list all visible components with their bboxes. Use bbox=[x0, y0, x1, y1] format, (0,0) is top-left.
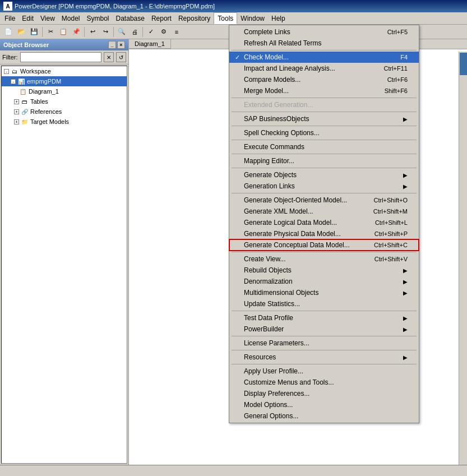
check-model-button[interactable]: ✓ bbox=[145, 26, 157, 38]
toolbar-sep-2 bbox=[84, 27, 85, 37]
gen-logical-shortcut: Ctrl+Shift+L bbox=[364, 219, 408, 226]
toolbar-sep-4 bbox=[142, 27, 143, 37]
properties-button[interactable]: ⚙ bbox=[158, 26, 170, 38]
copy-button[interactable]: 📋 bbox=[57, 26, 70, 38]
menu-file[interactable]: File bbox=[1, 12, 19, 24]
tree-area[interactable]: - 🗂 Workspace - 📊 empmgPDM 📋 Diagram_1 + bbox=[1, 66, 127, 464]
menu-denorm[interactable]: Denormalization ▶ bbox=[229, 276, 419, 287]
tree-toggle-target-models[interactable]: + bbox=[14, 119, 19, 124]
print-button[interactable]: 🖨 bbox=[128, 26, 141, 38]
tree-label-empmgpdm: empmgPDM bbox=[27, 78, 61, 85]
menu-window[interactable]: Window bbox=[237, 12, 268, 24]
menu-sep-10 bbox=[232, 311, 417, 311]
license-label: License Parameters... bbox=[244, 339, 309, 347]
filter-clear-button[interactable]: ✕ bbox=[104, 52, 114, 62]
gen-oo-shortcut: Ctrl+Shift+O bbox=[362, 197, 408, 204]
resources-arrow-icon: ▶ bbox=[403, 354, 408, 361]
menu-license[interactable]: License Parameters... bbox=[229, 338, 419, 349]
redo-button[interactable]: ↪ bbox=[99, 26, 112, 38]
compare-label: Compare Models... bbox=[244, 76, 300, 84]
menu-multidim[interactable]: Multidimensional Objects ▶ bbox=[229, 287, 419, 298]
menu-spell[interactable]: Spell Checking Options... bbox=[229, 127, 419, 138]
menu-gen-conceptual[interactable]: Generate Conceptual Data Model... Ctrl+S… bbox=[229, 239, 419, 251]
tree-toggle-workspace[interactable]: - bbox=[4, 69, 9, 74]
filter-search-button[interactable]: ↺ bbox=[116, 52, 126, 62]
menu-mapping[interactable]: Mapping Editor... bbox=[229, 155, 419, 167]
paste-button[interactable]: 📌 bbox=[70, 26, 82, 38]
menu-check-model[interactable]: ✓ Check Model... F4 bbox=[229, 52, 419, 63]
tree-label-tables: Tables bbox=[30, 98, 48, 105]
menu-complete-links[interactable]: Complete Links Ctrl+F5 bbox=[229, 26, 419, 38]
filter-input[interactable] bbox=[20, 52, 102, 62]
apply-profile-label: Apply User Profile... bbox=[244, 367, 303, 375]
tree-toggle-tables[interactable]: + bbox=[14, 99, 19, 104]
gen-links-arrow-icon: ▶ bbox=[403, 183, 408, 190]
powerbuilder-arrow-icon: ▶ bbox=[403, 326, 408, 332]
tree-toggle-references[interactable]: + bbox=[14, 109, 19, 114]
menu-gen-objects[interactable]: Generate Objects ▶ bbox=[229, 169, 419, 181]
tree-item-target-models[interactable]: + 📁 Target Models bbox=[2, 117, 127, 127]
gen-physical-label: Generate Physical Data Model... bbox=[244, 230, 341, 238]
menu-gen-logical[interactable]: Generate Logical Data Model... Ctrl+Shif… bbox=[229, 217, 419, 228]
undo-button[interactable]: ↩ bbox=[86, 26, 99, 38]
rebuild-label: Rebuild Objects bbox=[244, 266, 292, 274]
scroll-thumb[interactable] bbox=[460, 53, 467, 75]
menu-sap[interactable]: SAP BusinessObjects ▶ bbox=[229, 113, 419, 124]
complete-links-label: Complete Links bbox=[244, 28, 290, 36]
tree-item-diagram1[interactable]: 📋 Diagram_1 bbox=[2, 86, 127, 96]
tree-item-empmgpdm[interactable]: - 📊 empmgPDM bbox=[2, 76, 127, 86]
menu-report[interactable]: Report bbox=[148, 12, 175, 24]
menu-powerbuilder[interactable]: PowerBuilder ▶ bbox=[229, 324, 419, 335]
menu-tools[interactable]: Tools bbox=[214, 12, 237, 24]
menu-edit[interactable]: Edit bbox=[19, 12, 37, 24]
menu-gen-links[interactable]: Generation Links ▶ bbox=[229, 181, 419, 192]
menu-update-stats[interactable]: Update Statistics... bbox=[229, 298, 419, 309]
menu-sep-2 bbox=[232, 98, 417, 98]
save-button[interactable]: 💾 bbox=[28, 26, 40, 38]
menu-rebuild[interactable]: Rebuild Objects ▶ bbox=[229, 265, 419, 276]
menu-impact[interactable]: Impact and Lineage Analysis... Ctrl+F11 bbox=[229, 63, 419, 74]
tree-item-workspace[interactable]: - 🗂 Workspace bbox=[2, 66, 127, 76]
extra-button[interactable]: ≡ bbox=[170, 26, 183, 38]
panel-close-button[interactable]: × bbox=[117, 41, 125, 49]
model-icon: 📊 bbox=[17, 77, 26, 86]
menu-refresh-related[interactable]: Refresh All Related Terms bbox=[229, 38, 419, 49]
panel-minimize-button[interactable]: _ bbox=[108, 41, 116, 49]
menu-create-view[interactable]: Create View... Ctrl+Shift+V bbox=[229, 253, 419, 265]
menu-sep-13 bbox=[232, 364, 417, 364]
tree-toggle-empmgpdm[interactable]: - bbox=[11, 79, 16, 84]
menu-symbol[interactable]: Symbol bbox=[84, 12, 113, 24]
menu-gen-oo[interactable]: Generate Object-Oriented Model... Ctrl+S… bbox=[229, 195, 419, 206]
cut-button[interactable]: ✂ bbox=[44, 26, 57, 38]
menu-help[interactable]: Help bbox=[268, 12, 289, 24]
menu-view[interactable]: View bbox=[37, 12, 58, 24]
menu-compare[interactable]: Compare Models... Ctrl+F6 bbox=[229, 74, 419, 85]
menu-merge[interactable]: Merge Model... Shift+F6 bbox=[229, 85, 419, 96]
rebuild-arrow-icon: ▶ bbox=[403, 267, 408, 274]
menu-customize[interactable]: Customize Menus and Tools... bbox=[229, 377, 419, 388]
menu-repository[interactable]: Repository bbox=[175, 12, 214, 24]
menu-resources[interactable]: Resources ▶ bbox=[229, 352, 419, 363]
tree-item-tables[interactable]: + 🗃 Tables bbox=[2, 96, 127, 107]
menu-general-options[interactable]: General Options... bbox=[229, 410, 419, 422]
diagram-tab[interactable]: Diagram_1 bbox=[129, 39, 171, 49]
menu-gen-physical[interactable]: Generate Physical Data Model... Ctrl+Shi… bbox=[229, 228, 419, 239]
open-button[interactable]: 📂 bbox=[15, 26, 27, 38]
menu-test-data[interactable]: Test Data Profile ▶ bbox=[229, 312, 419, 324]
menu-gen-xml[interactable]: Generate XML Model... Ctrl+Shift+M bbox=[229, 206, 419, 217]
menu-database[interactable]: Database bbox=[113, 12, 148, 24]
menu-extended-gen: Extended Generation... bbox=[229, 99, 419, 110]
zoom-in-button[interactable]: 🔍 bbox=[115, 26, 128, 38]
menu-display-prefs[interactable]: Display Preferences... bbox=[229, 388, 419, 399]
right-scrollbar[interactable] bbox=[459, 52, 467, 465]
execute-label: Execute Commands bbox=[244, 143, 304, 151]
menu-execute[interactable]: Execute Commands bbox=[229, 141, 419, 152]
new-button[interactable]: 📄 bbox=[2, 26, 15, 38]
menu-model-options[interactable]: Model Options... bbox=[229, 399, 419, 410]
menu-model[interactable]: Model bbox=[58, 12, 84, 24]
menu-apply-profile[interactable]: Apply User Profile... bbox=[229, 366, 419, 377]
tree-item-references[interactable]: + 🔗 References bbox=[2, 107, 127, 117]
extended-gen-label: Extended Generation... bbox=[244, 101, 313, 109]
gen-conceptual-shortcut: Ctrl+Shift+C bbox=[363, 242, 408, 248]
object-browser-panel: Object Browser _ × Filter: ✕ ↺ - 🗂 Works… bbox=[0, 39, 129, 465]
